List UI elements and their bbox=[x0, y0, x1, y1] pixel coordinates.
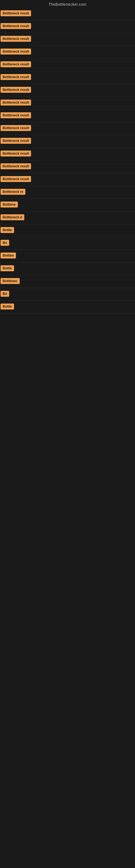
bottleneck-badge[interactable]: Bottleneck result bbox=[1, 49, 31, 55]
badge-row: Bottlen bbox=[0, 250, 135, 262]
bottleneck-badge[interactable]: Bottleneck result bbox=[1, 87, 31, 93]
site-title: TheBottlenecker.com bbox=[0, 0, 135, 8]
bottleneck-badge[interactable]: Bottlen bbox=[1, 252, 16, 258]
badge-row: Bottle bbox=[0, 262, 135, 275]
bottleneck-badge[interactable]: Bottleneck result bbox=[1, 36, 31, 42]
badge-row: Bottleneck d bbox=[0, 212, 135, 224]
badge-row: Bottleneck result bbox=[0, 135, 135, 148]
badge-row: Bottleneck result bbox=[0, 110, 135, 122]
bottleneck-badge[interactable]: Bottle bbox=[1, 265, 14, 271]
bottleneck-badge[interactable]: Bottleneck result bbox=[1, 125, 31, 131]
badge-row: Bo bbox=[0, 237, 135, 250]
badge-row: Bottleneck result bbox=[0, 46, 135, 59]
bottleneck-badge[interactable]: Bo bbox=[1, 240, 9, 246]
badge-row: Bottleneck result bbox=[0, 84, 135, 97]
bottleneck-badge[interactable]: Bottleneck result bbox=[1, 151, 31, 156]
badge-row: Bottleneck result bbox=[0, 173, 135, 186]
bottleneck-badge[interactable]: Bottleneck result bbox=[1, 112, 31, 118]
bottleneck-badge[interactable]: Bottleneck result bbox=[1, 10, 31, 16]
badge-row: Bottleneck result bbox=[0, 97, 135, 110]
badge-row: Bottleneck result bbox=[0, 20, 135, 33]
badge-row: Bottleneck result bbox=[0, 8, 135, 20]
badge-row: Bottleneck result bbox=[0, 33, 135, 46]
badge-row: Bottleneck re bbox=[0, 186, 135, 199]
bottleneck-badge[interactable]: Bottleneck result bbox=[1, 99, 31, 105]
bottleneck-badge[interactable]: Bottleneck re bbox=[1, 189, 26, 195]
bottleneck-badge[interactable]: Bottleneck result bbox=[1, 61, 31, 67]
bottleneck-badge[interactable]: Bottleneck result bbox=[1, 138, 31, 144]
bottleneck-badge[interactable]: Bo bbox=[1, 291, 9, 297]
badge-row: Bottlenec bbox=[0, 275, 135, 288]
badge-row: Bottleneck result bbox=[0, 71, 135, 84]
bottleneck-badge[interactable]: Bottlenec bbox=[1, 278, 20, 284]
bottleneck-badge[interactable]: Bottleneck result bbox=[1, 23, 31, 29]
badge-row: Bottlene bbox=[0, 199, 135, 212]
badges-container: Bottleneck resultBottleneck resultBottle… bbox=[0, 8, 135, 314]
bottleneck-badge[interactable]: Bottle bbox=[1, 304, 14, 310]
bottleneck-badge[interactable]: Bottlene bbox=[1, 202, 18, 208]
bottleneck-badge[interactable]: Bottleneck d bbox=[1, 214, 24, 220]
badge-row: Bottle bbox=[0, 224, 135, 237]
bottleneck-badge[interactable]: Bottleneck result bbox=[1, 163, 31, 169]
badge-row: Bottleneck result bbox=[0, 148, 135, 161]
badge-row: Bottleneck result bbox=[0, 161, 135, 173]
bottleneck-badge[interactable]: Bottleneck result bbox=[1, 74, 31, 80]
badge-row: Bottleneck result bbox=[0, 122, 135, 135]
bottleneck-badge[interactable]: Bottleneck result bbox=[1, 176, 31, 182]
badge-row: Bottleneck result bbox=[0, 59, 135, 71]
badge-row: Bottle bbox=[0, 301, 135, 314]
badge-row: Bo bbox=[0, 288, 135, 301]
bottleneck-badge[interactable]: Bottle bbox=[1, 227, 14, 233]
